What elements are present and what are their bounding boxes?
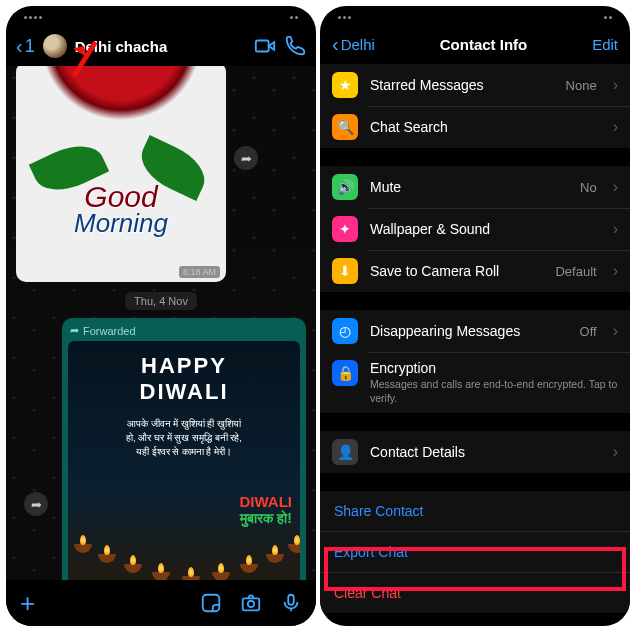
wallpaper-icon: ✦ xyxy=(332,216,358,242)
speaker-icon: 🔊 xyxy=(332,174,358,200)
export-chat-button[interactable]: Export Chat xyxy=(320,531,630,572)
svg-rect-4 xyxy=(288,595,294,605)
download-icon: ⬇ xyxy=(332,258,358,284)
star-icon: ★ xyxy=(332,72,358,98)
search-icon: 🔍 xyxy=(332,114,358,140)
contact-info-header: ‹ Delhi Contact Info Edit xyxy=(320,28,630,64)
date-separator: Thu, 4 Nov xyxy=(125,292,197,310)
forwarded-label: ➦ Forwarded xyxy=(68,324,300,341)
chevron-right-icon: › xyxy=(613,118,618,136)
back-button[interactable]: ‹ Delhi xyxy=(332,34,375,54)
chevron-right-icon: › xyxy=(613,262,618,280)
chat-body: Good Morning 6:18 AM ➦ Thu, 4 Nov ➦ Forw… xyxy=(6,66,316,580)
chevron-right-icon: › xyxy=(613,178,618,196)
chat-header: ‹ 1 Delhi chacha xyxy=(6,28,316,68)
section-privacy: ◴ Disappearing Messages Off › 🔒 Encrypti… xyxy=(320,310,630,413)
row-mute[interactable]: 🔊 Mute No › xyxy=(320,166,630,208)
diwali-mubarak: DIWALI मुबारक हो! xyxy=(240,493,293,527)
section-actions: Share Contact Export Chat Clear Chat xyxy=(320,491,630,613)
timer-icon: ◴ xyxy=(332,318,358,344)
row-starred-messages[interactable]: ★ Starred Messages None › xyxy=(320,64,630,106)
good-morning-text: Good Morning xyxy=(16,180,226,239)
status-bar xyxy=(6,6,316,28)
share-contact-button[interactable]: Share Contact xyxy=(320,491,630,531)
row-save-camera-roll[interactable]: ⬇ Save to Camera Roll Default › xyxy=(320,250,630,292)
section-settings: 🔊 Mute No › ✦ Wallpaper & Sound › ⬇ Save… xyxy=(320,166,630,292)
edit-button[interactable]: Edit xyxy=(592,36,618,53)
section-contact-details: 👤 Contact Details › xyxy=(320,431,630,473)
mic-icon[interactable] xyxy=(280,592,302,614)
chevron-right-icon: › xyxy=(613,220,618,238)
person-icon: 👤 xyxy=(332,439,358,465)
forward-arrow-icon: ➦ xyxy=(70,324,79,337)
outgoing-image-message[interactable]: ➦ Forwarded HAPPY DIWALI आपके जीवन में ख… xyxy=(62,318,306,580)
contact-name[interactable]: Delhi chacha xyxy=(75,38,168,55)
clear-chat-button[interactable]: Clear Chat xyxy=(320,572,630,613)
row-encryption[interactable]: 🔒 Encryption Messages and calls are end-… xyxy=(320,352,630,413)
chevron-left-icon: ‹ xyxy=(332,34,339,54)
message-time: 6:18 AM xyxy=(179,266,220,278)
contact-info-screen: ‹ Delhi Contact Info Edit ★ Starred Mess… xyxy=(320,6,630,626)
row-chat-search[interactable]: 🔍 Chat Search › xyxy=(320,106,630,148)
diya-row xyxy=(68,527,300,580)
svg-rect-0 xyxy=(256,41,269,52)
encryption-subtitle: Messages and calls are end-to-end encryp… xyxy=(370,378,618,405)
section-starred-search: ★ Starred Messages None › 🔍 Chat Search … xyxy=(320,64,630,148)
camera-icon[interactable] xyxy=(240,592,262,614)
incoming-image-message[interactable]: Good Morning 6:18 AM xyxy=(16,66,226,282)
forward-icon[interactable]: ➦ xyxy=(234,146,258,170)
diwali-hindi-text: आपके जीवन में खुशियां ही खुशियां हो, और … xyxy=(68,405,300,458)
video-call-icon[interactable] xyxy=(254,35,276,57)
status-bar xyxy=(320,6,630,28)
diwali-image: HAPPY DIWALI आपके जीवन में खुशियां ही खु… xyxy=(68,341,300,580)
diwali-title: HAPPY DIWALI xyxy=(68,341,300,405)
forward-icon[interactable]: ➦ xyxy=(24,492,48,516)
attach-icon[interactable]: + xyxy=(20,588,35,619)
sticker-icon[interactable] xyxy=(200,592,222,614)
row-wallpaper-sound[interactable]: ✦ Wallpaper & Sound › xyxy=(320,208,630,250)
back-count: 1 xyxy=(25,36,35,57)
chat-input-bar: + xyxy=(6,580,316,626)
page-title: Contact Info xyxy=(375,36,592,53)
chevron-right-icon: › xyxy=(613,322,618,340)
lock-icon: 🔒 xyxy=(332,360,358,386)
avatar[interactable] xyxy=(43,34,67,58)
voice-call-icon[interactable] xyxy=(284,35,306,57)
chat-screen: ‹ 1 Delhi chacha Good Morning 6:18 AM ➦ xyxy=(6,6,316,626)
svg-rect-1 xyxy=(203,595,220,612)
row-contact-details[interactable]: 👤 Contact Details › xyxy=(320,431,630,473)
row-disappearing-messages[interactable]: ◴ Disappearing Messages Off › xyxy=(320,310,630,352)
svg-point-3 xyxy=(248,601,254,607)
chevron-right-icon: › xyxy=(613,76,618,94)
back-button[interactable]: ‹ 1 xyxy=(16,36,35,57)
chevron-left-icon: ‹ xyxy=(16,36,23,56)
chevron-right-icon: › xyxy=(613,443,618,461)
